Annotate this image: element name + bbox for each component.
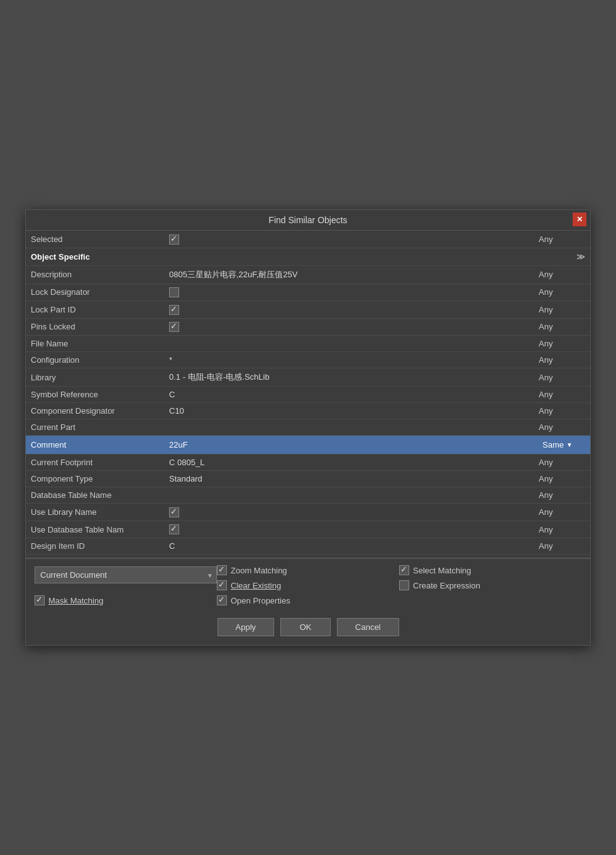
current-part-value — [164, 419, 534, 436]
close-button[interactable]: ✕ — [573, 212, 586, 226]
use-library-name-checkbox[interactable] — [169, 507, 179, 517]
component-designator-label: Component Designator — [26, 403, 164, 419]
symbol-reference-row[interactable]: Symbol Reference C Any — [26, 387, 590, 403]
component-designator-value: C10 — [164, 403, 534, 419]
comment-row[interactable]: Comment 22uF Same ▼ — [26, 436, 590, 455]
lock-part-id-checkbox[interactable] — [169, 305, 179, 315]
design-item-id-label: Design Item ID — [26, 538, 164, 554]
lock-designator-match: Any — [534, 284, 590, 301]
same-label: Same — [542, 440, 564, 450]
selected-match: Any — [534, 231, 590, 248]
pins-locked-match: Any — [534, 318, 590, 336]
file-name-label: File Name — [26, 336, 164, 352]
database-table-name-match: Any — [534, 487, 590, 504]
use-library-name-value — [164, 504, 534, 521]
zoom-matching-label: Zoom Matching — [231, 566, 287, 575]
buttons-row: Apply OK Cancel — [35, 613, 581, 639]
use-database-table-name-value — [164, 521, 534, 538]
clear-existing-checkbox[interactable] — [217, 580, 227, 590]
configuration-match: Any — [534, 352, 590, 368]
comment-match[interactable]: Same ▼ — [534, 436, 590, 455]
pins-locked-value — [164, 318, 534, 336]
mask-matching-label: Mask Matching — [48, 596, 103, 605]
library-label: Library — [26, 368, 164, 387]
use-database-table-name-checkbox[interactable] — [169, 524, 179, 534]
current-footprint-row[interactable]: Current Footprint C 0805_L Any — [26, 455, 590, 471]
select-matching-label: Select Matching — [413, 566, 471, 575]
configuration-value: * — [164, 352, 534, 368]
properties-table-area[interactable]: Selected Any Object Specific ≫ — [26, 231, 590, 558]
dialog-title: Find Similar Objects — [268, 215, 347, 225]
lock-designator-row[interactable]: Lock Designator Any — [26, 284, 590, 301]
design-item-id-value: C — [164, 538, 534, 554]
symbol-reference-label: Symbol Reference — [26, 387, 164, 403]
lock-designator-value — [164, 284, 534, 301]
use-database-table-name-row[interactable]: Use Database Table Nam Any — [26, 521, 590, 538]
configuration-label: Configuration — [26, 352, 164, 368]
pins-locked-row[interactable]: Pins Locked Any — [26, 318, 590, 336]
component-designator-match: Any — [534, 403, 590, 419]
design-item-id-match: Any — [534, 538, 590, 554]
title-bar: Find Similar Objects ✕ — [26, 210, 590, 231]
ok-button[interactable]: OK — [280, 618, 331, 636]
apply-button[interactable]: Apply — [217, 618, 275, 636]
configuration-row[interactable]: Configuration * Any — [26, 352, 590, 368]
description-value: 0805三星贴片电容,22uF,耐压值25V — [164, 265, 534, 284]
selected-row[interactable]: Selected Any — [26, 231, 590, 248]
options-grid: Zoom Matching Select Matching Current Do… — [35, 565, 581, 605]
current-footprint-match: Any — [534, 455, 590, 471]
design-item-id-row[interactable]: Design Item ID C Any — [26, 538, 590, 554]
library-row[interactable]: Library 0.1 - 电阻-电容-电感.SchLib Any — [26, 368, 590, 387]
lock-designator-label: Lock Designator — [26, 284, 164, 301]
current-footprint-value: C 0805_L — [164, 455, 534, 471]
file-name-row[interactable]: File Name Any — [26, 336, 590, 352]
lock-part-id-row[interactable]: Lock Part ID Any — [26, 301, 590, 319]
cancel-button[interactable]: Cancel — [337, 618, 399, 636]
current-part-label: Current Part — [26, 419, 164, 436]
use-library-name-label: Use Library Name — [26, 504, 164, 521]
use-library-name-match: Any — [534, 504, 590, 521]
database-table-name-row[interactable]: Database Table Name Any — [26, 487, 590, 504]
current-part-row[interactable]: Current Part Any — [26, 419, 590, 436]
component-type-row[interactable]: Component Type Standard Any — [26, 471, 590, 487]
database-table-name-label: Database Table Name — [26, 487, 164, 504]
object-specific-header[interactable]: Object Specific ≫ — [26, 248, 590, 265]
create-expression-checkbox[interactable] — [399, 580, 409, 590]
current-part-match: Any — [534, 419, 590, 436]
zoom-matching-checkbox[interactable] — [217, 565, 227, 575]
scope-container: Current Document All Open Documents ▼ — [35, 565, 217, 590]
use-database-table-name-match: Any — [534, 521, 590, 538]
scope-select[interactable]: Current Document All Open Documents — [35, 566, 217, 583]
mask-matching-option: Mask Matching — [35, 595, 217, 605]
zoom-matching-option: Zoom Matching — [217, 565, 399, 575]
comment-label: Comment — [26, 436, 164, 455]
mask-matching-checkbox[interactable] — [35, 595, 45, 605]
component-designator-row[interactable]: Component Designator C10 Any — [26, 403, 590, 419]
lock-part-id-label: Lock Part ID — [26, 301, 164, 319]
lock-designator-checkbox[interactable] — [169, 287, 179, 297]
create-expression-label: Create Expression — [413, 581, 480, 590]
object-specific-collapse-icon: ≫ — [576, 252, 585, 262]
file-name-match: Any — [534, 336, 590, 352]
same-dropdown[interactable]: Same ▼ — [539, 439, 576, 451]
open-properties-checkbox[interactable] — [217, 595, 227, 605]
pins-locked-checkbox[interactable] — [169, 322, 179, 332]
pins-locked-label: Pins Locked — [26, 318, 164, 336]
select-matching-checkbox[interactable] — [399, 565, 409, 575]
create-expression-option: Create Expression — [399, 580, 581, 590]
current-footprint-label: Current Footprint — [26, 455, 164, 471]
selected-checkbox[interactable] — [169, 234, 179, 245]
dialog-content: Selected Any Object Specific ≫ — [26, 231, 590, 645]
library-value: 0.1 - 电阻-电容-电感.SchLib — [164, 368, 534, 387]
component-type-match: Any — [534, 471, 590, 487]
properties-table: Selected Any Object Specific ≫ — [26, 231, 590, 558]
database-table-name-value — [164, 487, 534, 504]
description-row[interactable]: Description 0805三星贴片电容,22uF,耐压值25V Any — [26, 265, 590, 284]
select-matching-option: Select Matching — [399, 565, 581, 575]
open-properties-label: Open Properties — [231, 596, 290, 605]
description-match: Any — [534, 265, 590, 284]
use-library-name-row[interactable]: Use Library Name Any — [26, 504, 590, 521]
lock-part-id-match: Any — [534, 301, 590, 319]
comment-value: 22uF — [164, 436, 534, 455]
description-label: Description — [26, 265, 164, 284]
